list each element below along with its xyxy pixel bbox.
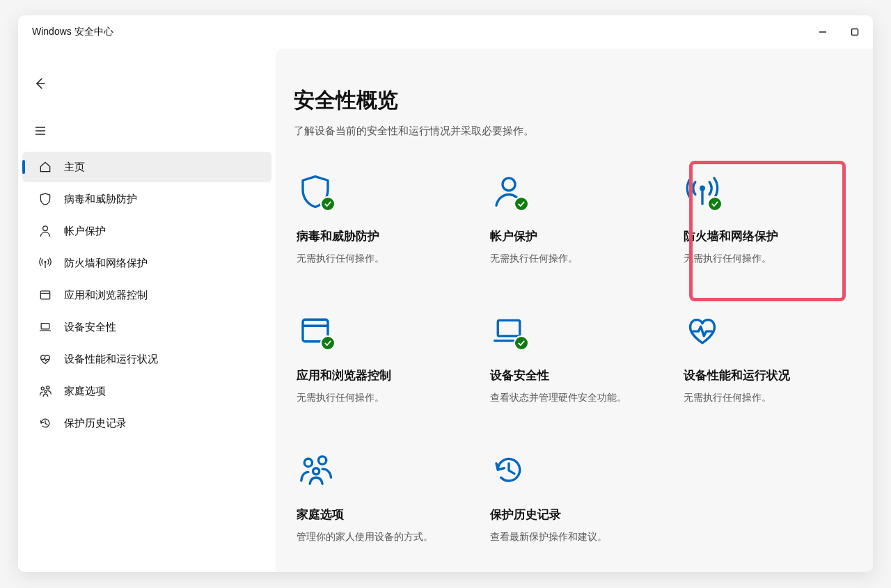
tiles-grid: 病毒和威胁防护无需执行任何操作。帐户保护无需执行任何操作。防火墙和网络保护无需执… [294,166,870,569]
sidebar-item-appbrowser[interactable]: 应用和浏览器控制 [22,280,271,310]
shield-icon [297,173,334,210]
sidebar-item-label: 病毒和威胁防护 [64,193,137,206]
laptop-icon [38,319,53,335]
svg-rect-20 [498,320,520,336]
svg-point-22 [319,456,326,464]
tile-device[interactable]: 设备安全性查看状态并管理硬件安全功能。 [487,305,667,430]
nav-list: 主页病毒和威胁防护帐户保护防火墙和网络保护应用和浏览器控制设备安全性设备性能和运… [18,152,276,438]
svg-point-13 [47,386,49,389]
status-ok-badge-icon [320,335,336,351]
tile-title: 设备性能和运行状况 [684,367,853,383]
sidebar-item-label: 保护历史记录 [64,417,127,430]
tile-desc: 查看最新保护操作和建议。 [490,531,660,543]
sidebar-item-label: 应用和浏览器控制 [64,289,148,302]
sidebar-item-virus[interactable]: 病毒和威胁防护 [22,184,271,214]
heart-icon [684,312,721,349]
laptop-icon [490,312,528,349]
tile-desc: 无需执行任何操作。 [684,392,853,404]
svg-rect-1 [852,29,858,35]
family-icon [38,383,53,399]
maximize-button[interactable] [846,24,863,40]
svg-rect-11 [41,324,49,329]
tile-title: 设备安全性 [490,367,660,383]
sidebar-item-label: 帐户保护 [64,225,106,238]
window-icon [38,287,53,303]
status-ok-badge-icon [707,196,723,212]
tile-desc: 无需执行任何操作。 [684,253,853,265]
svg-point-23 [313,468,320,475]
sidebar-item-device[interactable]: 设备安全性 [22,312,271,342]
main-content: 安全性概览 了解设备当前的安全性和运行情况并采取必要操作。 病毒和威胁防护无需执… [276,49,873,572]
history-icon [490,451,528,488]
tile-desc: 无需执行任何操作。 [490,253,660,265]
status-ok-badge-icon [320,196,336,212]
antenna-icon [684,173,721,210]
tile-title: 病毒和威胁防护 [297,228,466,244]
tile-firewall[interactable]: 防火墙和网络保护无需执行任何操作。 [681,166,860,291]
tile-desc: 查看状态并管理硬件安全功能。 [490,392,660,404]
shield-icon [38,191,53,207]
tile-title: 应用和浏览器控制 [297,367,466,383]
back-button[interactable] [26,70,54,97]
heart-icon [38,351,53,367]
sidebar-item-home[interactable]: 主页 [22,152,271,182]
account-icon [38,223,53,239]
sidebar-item-label: 家庭选项 [64,385,106,398]
svg-point-6 [43,226,48,231]
sidebar-item-label: 设备性能和运行状况 [64,353,158,366]
tile-title: 家庭选项 [297,507,466,523]
status-ok-badge-icon [514,335,529,351]
sidebar: 主页病毒和威胁防护帐户保护防火墙和网络保护应用和浏览器控制设备安全性设备性能和运… [18,49,276,572]
tile-history[interactable]: 保护历史记录查看最新保护操作和建议。 [487,444,667,569]
window-title: Windows 安全中心 [32,26,113,38]
sidebar-item-family[interactable]: 家庭选项 [22,376,271,406]
page-title: 安全性概览 [294,86,870,115]
minimize-button[interactable] [814,24,831,40]
page-subtitle: 了解设备当前的安全性和运行情况并采取必要操作。 [294,125,870,138]
app-window: Windows 安全中心 主页病毒和威胁防护帐户保护防火墙和网络保护应用和浏览器… [18,15,873,572]
sidebar-item-account[interactable]: 帐户保护 [22,216,271,246]
window-icon [297,312,334,349]
svg-point-21 [304,459,312,466]
svg-point-12 [41,387,44,390]
sidebar-item-label: 防火墙和网络保护 [64,257,148,270]
tile-desc: 管理你的家人使用设备的方式。 [297,531,466,543]
sidebar-item-label: 主页 [64,161,85,174]
tile-virus[interactable]: 病毒和威胁防护无需执行任何操作。 [294,166,473,291]
menu-button[interactable] [26,117,54,145]
tile-appbrowser[interactable]: 应用和浏览器控制无需执行任何操作。 [294,305,473,430]
home-icon [38,159,53,175]
history-icon [38,415,53,431]
sidebar-item-history[interactable]: 保护历史记录 [22,408,271,438]
status-ok-badge-icon [514,196,529,212]
window-controls [814,24,863,40]
tile-title: 帐户保护 [490,228,660,244]
antenna-icon [38,255,53,271]
family-icon [297,451,334,488]
tile-title: 防火墙和网络保护 [684,228,853,244]
tile-health[interactable]: 设备性能和运行状况无需执行任何操作。 [681,305,860,430]
tile-family[interactable]: 家庭选项管理你的家人使用设备的方式。 [294,444,473,569]
titlebar: Windows 安全中心 [18,15,873,49]
svg-point-15 [503,178,515,191]
sidebar-item-label: 设备安全性 [64,321,116,334]
tile-desc: 无需执行任何操作。 [297,253,466,265]
tile-desc: 无需执行任何操作。 [297,392,466,404]
svg-point-14 [45,390,47,392]
svg-rect-9 [40,291,49,299]
sidebar-item-firewall[interactable]: 防火墙和网络保护 [22,248,271,278]
account-icon [490,173,528,210]
sidebar-item-health[interactable]: 设备性能和运行状况 [22,344,271,374]
tile-account[interactable]: 帐户保护无需执行任何操作。 [487,166,667,291]
tile-title: 保护历史记录 [490,507,660,523]
